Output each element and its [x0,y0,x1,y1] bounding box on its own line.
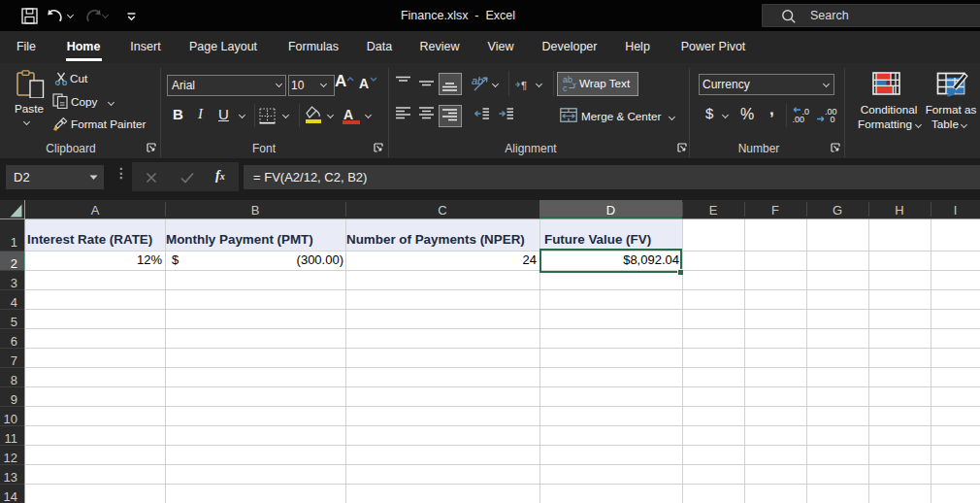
svg-text:0: 0 [831,115,835,123]
svg-text:.00: .00 [793,115,805,123]
svg-text:ab: ab [472,75,483,86]
svg-text:c: c [563,84,568,93]
svg-text:¶: ¶ [521,80,527,90]
